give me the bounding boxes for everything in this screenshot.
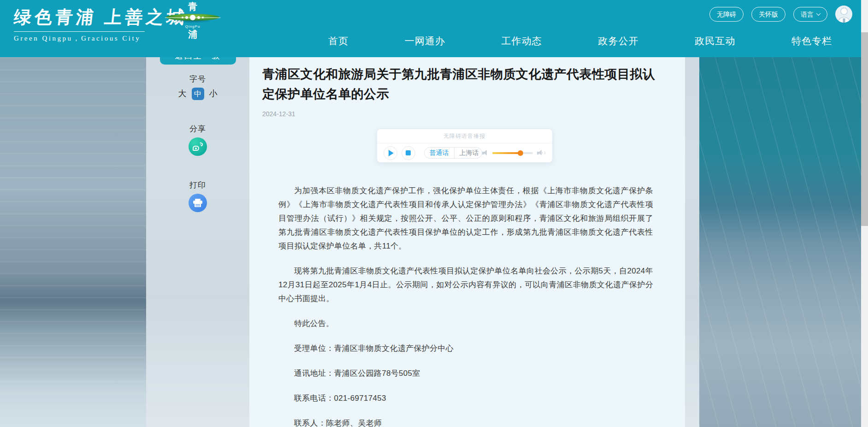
article-paragraph: 通讯地址：青浦区公园路78号505室 [278,367,653,380]
brand-logo: 绿色青浦 上善之城 Green Qingpu，Gracious City [14,6,188,43]
brand-slogan-en: Green Qingpu，Gracious City [14,34,188,43]
island-logo-icon [165,13,220,24]
volume-fill [492,152,521,154]
nav-item-special-columns[interactable]: 特色专栏 [791,35,832,47]
play-button[interactable] [384,146,397,160]
site-header: 绿色青浦 上善之城 Green Qingpu，Gracious City 青 Q… [0,0,861,57]
main-navigation: 首页 一网通办 工作动态 政务公开 政民互动 特色专栏 [328,29,832,53]
article-paragraph: 为加强本区非物质文化遗产保护工作，强化保护单位主体责任，根据《上海市非物质文化遗… [278,184,653,253]
brand-divider [14,31,145,32]
volume-slider[interactable] [492,152,533,154]
nav-item-home[interactable]: 首页 [328,35,348,47]
scrollbar[interactable] [861,0,868,427]
print-label: 打印 [146,180,249,190]
background-photo-right [699,57,861,427]
article-title: 青浦区文化和旅游局关于第九批青浦区非物质文化遗产代表性项目拟认定保护单位名单的公… [262,65,667,104]
audio-player-title: 无障碍语音播报 [377,129,552,143]
nav-item-government-info[interactable]: 政务公开 [598,35,638,47]
voice-language-toggle: 普通话 上海话 [424,147,482,159]
share-label: 分享 [146,124,249,134]
scrollbar-thumb[interactable] [861,32,868,226]
nav-item-one-stop-services[interactable]: 一网通办 [405,35,445,47]
print-button[interactable] [189,194,207,212]
font-size-medium-button[interactable]: 中 [192,88,204,100]
stop-icon [406,150,411,155]
volume-control [482,149,546,156]
logo-char-top: 青 [162,1,223,12]
logo-subtext: QingPu [162,24,223,29]
article-card: 青浦区文化和旅游局关于第九批青浦区非物质文化遗产代表性项目拟认定保护单位名单的公… [249,57,685,427]
volume-knob[interactable] [518,150,523,156]
logo-char-bottom: 浦 [162,29,223,40]
audio-player: 无障碍语音播报 普通话 上海话 [377,129,553,163]
care-version-button[interactable]: 关怀版 [751,7,785,22]
volume-low-icon [482,149,488,156]
nav-item-work-news[interactable]: 工作动态 [502,35,542,47]
weibo-share-button[interactable] [189,137,207,156]
article-date: 2024-12-31 [262,110,667,118]
lang-mandarin-option[interactable]: 普通话 [425,148,455,158]
font-size-options: 大 中 小 [146,88,249,100]
nav-item-public-interaction[interactable]: 政民互动 [695,35,735,47]
play-icon [389,150,394,156]
chevron-down-icon [816,11,821,16]
accessibility-button[interactable]: 无障碍 [709,7,744,22]
qingpu-logo-mark: 青 QingPu 浦 [162,1,223,40]
printer-icon [193,199,202,207]
audio-player-controls: 普通话 上海话 [377,143,552,162]
article-paragraph: 联系人：陈老师、吴老师 [278,416,653,427]
lang-shanghainese-option[interactable]: 上海话 [455,148,482,158]
font-size-small-button[interactable]: 小 [209,88,218,100]
weibo-icon [193,142,203,151]
article-paragraph: 特此公告。 [278,317,653,331]
font-size-label: 字号 [146,74,249,84]
article-paragraph: 现将第九批青浦区非物质文化遗产代表性项目拟认定保护单位名单向社会公示，公示期5天… [278,264,653,306]
article-paragraph: 联系电话：021-69717453 [278,391,653,405]
header-quick-links: 无障碍 关怀版 语言 [709,6,852,23]
user-avatar[interactable] [835,6,852,23]
article-body: 为加强本区非物质文化遗产保护工作，强化保护单位主体责任，根据《上海市非物质文化遗… [278,184,653,427]
stop-button[interactable] [402,146,415,160]
font-size-large-button[interactable]: 大 [178,88,187,100]
volume-high-icon [537,149,546,156]
article-paragraph: 受理单位：青浦区非物质文化遗产保护分中心 [278,342,653,356]
language-button[interactable]: 语言 [793,7,827,22]
background-photo-left [0,57,146,427]
